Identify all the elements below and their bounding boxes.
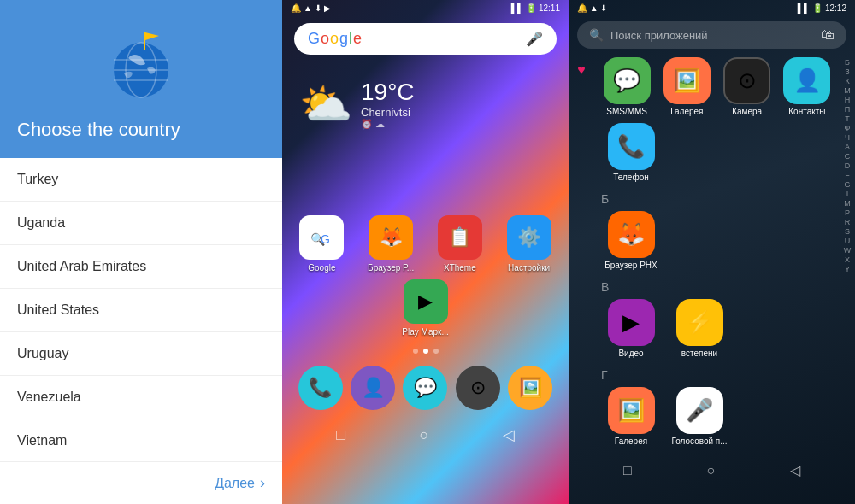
bottom-app-dock: 📞 👤 💬 ⊙ 🖼️ [282, 359, 569, 417]
list-item[interactable]: United Arab Emirates [0, 245, 282, 289]
list-item[interactable]: Uganda [0, 202, 282, 245]
alpha-y[interactable]: Y [845, 265, 850, 273]
app-item-settings[interactable]: ⚙️ Настройки [504, 215, 554, 273]
list-item[interactable]: United States [0, 289, 282, 332]
camera-top-item[interactable]: ⊙ Камера [722, 57, 773, 116]
alpha-т[interactable]: Т [845, 114, 850, 123]
camera-dock-icon: ⊙ [456, 366, 500, 410]
signal-bars-icon: ▌▌ [511, 3, 523, 13]
home-button[interactable]: ○ [419, 426, 428, 444]
alpha-f[interactable]: F [845, 171, 850, 179]
google-search-bar[interactable]: Google 🎤 [294, 23, 557, 55]
dock-contacts[interactable]: 👤 [348, 366, 398, 410]
page-dots [282, 343, 569, 359]
drawer-recents-button[interactable]: ◁ [790, 462, 800, 478]
alpha-с[interactable]: С [845, 152, 851, 161]
alpha-б[interactable]: Б [845, 58, 850, 67]
back-button[interactable]: □ [336, 426, 345, 444]
browser-phx-label: Браузер PHX [604, 261, 657, 270]
alpha-d[interactable]: D [845, 161, 851, 170]
dock-gallery[interactable]: 🖼️ [505, 366, 555, 410]
dock-camera[interactable]: ⊙ [453, 366, 503, 410]
signal-icon2: ▌▌ [798, 3, 810, 13]
gallery-g-item[interactable]: 🖼️ Галерея [601, 387, 661, 446]
list-item[interactable]: Uruguay [0, 332, 282, 376]
globe-icon [103, 26, 180, 106]
alpha-p[interactable]: P [845, 208, 850, 217]
gallery-dock-icon: 🖼️ [508, 366, 552, 410]
shopping-bag-icon: 🛍 [821, 27, 834, 43]
alpha-к[interactable]: К [845, 77, 849, 85]
alpha-м[interactable]: М [844, 86, 851, 95]
section-g-row: 🖼️ Галерея 🎤 Голосовой п... [594, 384, 840, 449]
vstepeni-app-item[interactable]: ⚡ встепени [669, 299, 729, 358]
sms-app-item[interactable]: 💬 SMS/MMS [601, 57, 652, 116]
drawer-back-button[interactable]: □ [623, 463, 632, 478]
app-item-google[interactable]: 🔍G Google [297, 215, 346, 273]
section-b-row: 🦊 Браузер PHX [594, 208, 840, 273]
panel1-footer: Далее › [0, 461, 282, 504]
google-app-icon: 🔍G [299, 215, 344, 260]
messages-dock-icon: 💬 [403, 366, 447, 410]
alpha-п[interactable]: П [845, 105, 850, 114]
alphabet-bar: Б З К М Н П Т Ф Ч А С D F G I M P R S U … [840, 54, 855, 455]
drawer-status-bar: 🔔 ▲ ⬇ ▌▌ 🔋 12:12 [569, 0, 855, 16]
alpha-g[interactable]: G [844, 180, 850, 189]
alpha-r[interactable]: R [845, 218, 851, 226]
alpha-x[interactable]: X [845, 255, 850, 264]
clock: 12:11 [539, 3, 560, 13]
recents-button[interactable]: ◁ [503, 425, 515, 444]
app-search-bar[interactable]: 🔍 Поиск приложений 🛍 [577, 21, 846, 49]
next-button[interactable]: Далее › [215, 474, 265, 492]
video-app-item[interactable]: ▶ Видео [601, 299, 661, 358]
playstore-app-label: Play Марк... [402, 327, 449, 337]
alpha-ч[interactable]: Ч [845, 133, 850, 142]
contacts-top-item[interactable]: 👤 Контакты [781, 57, 833, 116]
alpha-ф[interactable]: Ф [845, 124, 851, 132]
section-v-label: В [594, 273, 840, 296]
notification-icon2: 🔔 ▲ ⬇ [577, 3, 607, 13]
list-item[interactable]: Vietnam [0, 419, 282, 461]
browser-phx-item[interactable]: 🦊 Браузер PHX [601, 211, 661, 270]
status-left-icons: 🔔 ▲ ⬇ ▶ [291, 3, 331, 13]
alpha-н[interactable]: Н [845, 96, 851, 104]
dock-messages[interactable]: 💬 [400, 366, 450, 410]
dot-2 [423, 349, 428, 354]
alpha-m[interactable]: M [844, 199, 851, 208]
drawer-status-left: 🔔 ▲ ⬇ [577, 3, 607, 13]
mic-icon[interactable]: 🎤 [526, 31, 543, 47]
chevron-right-icon: › [260, 474, 265, 492]
city-name: Chernivtsi [361, 106, 415, 119]
camera-top-label: Камера [732, 107, 762, 116]
panel1-header: Choose the country [0, 0, 282, 158]
app-item-playstore[interactable]: ▶ Play Марк... [401, 279, 451, 337]
gallery-top-item[interactable]: 🖼️ Галерея [661, 57, 712, 116]
list-item[interactable]: Turkey [0, 158, 282, 202]
dock-phone[interactable]: 📞 [296, 366, 345, 410]
download-icon: ⬇ [315, 3, 321, 13]
alpha-а[interactable]: А [845, 143, 850, 151]
camera-top-icon: ⊙ [723, 57, 770, 104]
xtheme-app-label: XTheme [444, 263, 476, 273]
phone-app-item[interactable]: 📞 Телефон [601, 123, 661, 182]
drawer-content: ♥ 💬 SMS/MMS 🖼️ Галерея ⊙ Камера 👤 [569, 54, 855, 455]
app-item-xtheme[interactable]: 📋 XTheme [435, 215, 485, 273]
contacts-dock-icon: 👤 [351, 366, 395, 410]
dot-3 [433, 349, 439, 354]
list-item[interactable]: Venezuela [0, 376, 282, 419]
drawer-home-button[interactable]: ○ [706, 463, 715, 478]
phone-row: 📞 Телефон [594, 120, 840, 185]
voice-app-item[interactable]: 🎤 Голосовой п... [669, 387, 729, 446]
weather-condition: ⏰ ☁ [361, 119, 415, 130]
battery-icon2: 🔋 [812, 3, 823, 13]
alpha-w[interactable]: W [844, 246, 852, 255]
weather-info: 19°C Chernivtsi ⏰ ☁ [361, 79, 415, 130]
alpha-u[interactable]: U [845, 237, 851, 245]
gallery-g-label: Галерея [615, 437, 647, 446]
alpha-s[interactable]: S [845, 227, 850, 236]
alpha-i[interactable]: I [846, 190, 849, 198]
temperature: 19°C [361, 79, 415, 106]
top-apps-row: 💬 SMS/MMS 🖼️ Галерея ⊙ Камера 👤 Контакты [594, 54, 840, 120]
alpha-з[interactable]: З [845, 67, 849, 76]
app-item-browser[interactable]: 🦊 Браузер Р... [366, 215, 416, 273]
